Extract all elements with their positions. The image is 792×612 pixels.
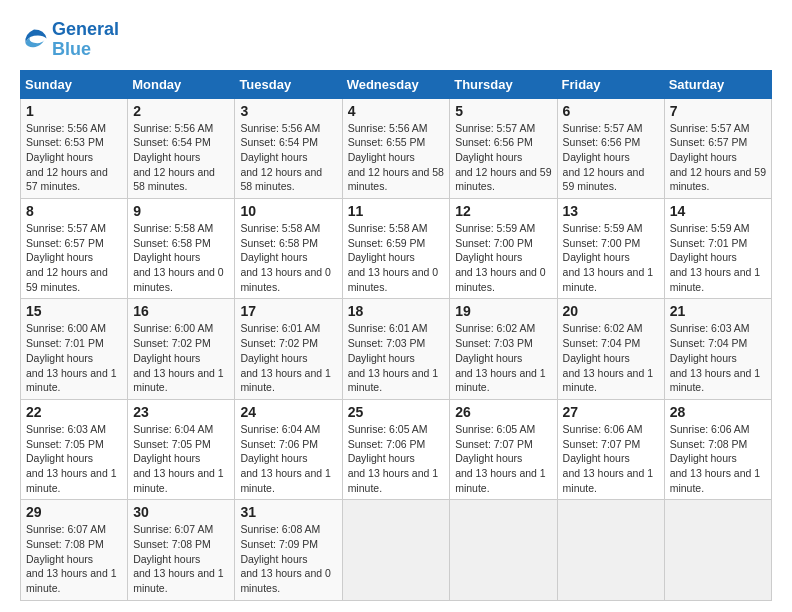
day-detail: Sunrise: 6:02 AM Sunset: 7:03 PM Dayligh…	[455, 321, 551, 394]
day-detail: Sunrise: 5:59 AM Sunset: 7:01 PM Dayligh…	[670, 221, 766, 294]
day-number: 18	[348, 303, 445, 319]
day-number: 11	[348, 203, 445, 219]
calendar-cell: 10 Sunrise: 5:58 AM Sunset: 6:58 PM Dayl…	[235, 199, 342, 299]
calendar-cell: 6 Sunrise: 5:57 AM Sunset: 6:56 PM Dayli…	[557, 98, 664, 198]
day-detail: Sunrise: 6:06 AM Sunset: 7:08 PM Dayligh…	[670, 422, 766, 495]
calendar-cell: 19 Sunrise: 6:02 AM Sunset: 7:03 PM Dayl…	[450, 299, 557, 399]
day-number: 30	[133, 504, 229, 520]
day-number: 23	[133, 404, 229, 420]
col-saturday: Saturday	[664, 70, 771, 98]
calendar-cell: 5 Sunrise: 5:57 AM Sunset: 6:56 PM Dayli…	[450, 98, 557, 198]
day-number: 6	[563, 103, 659, 119]
logo: General Blue	[20, 20, 119, 60]
day-detail: Sunrise: 5:57 AM Sunset: 6:56 PM Dayligh…	[563, 121, 659, 194]
day-number: 1	[26, 103, 122, 119]
calendar-cell: 11 Sunrise: 5:58 AM Sunset: 6:59 PM Dayl…	[342, 199, 450, 299]
calendar-cell: 15 Sunrise: 6:00 AM Sunset: 7:01 PM Dayl…	[21, 299, 128, 399]
page-header: General Blue	[20, 20, 772, 60]
col-wednesday: Wednesday	[342, 70, 450, 98]
calendar-cell: 1 Sunrise: 5:56 AM Sunset: 6:53 PM Dayli…	[21, 98, 128, 198]
calendar-cell: 22 Sunrise: 6:03 AM Sunset: 7:05 PM Dayl…	[21, 399, 128, 499]
day-number: 15	[26, 303, 122, 319]
day-number: 27	[563, 404, 659, 420]
calendar-cell: 20 Sunrise: 6:02 AM Sunset: 7:04 PM Dayl…	[557, 299, 664, 399]
calendar-week-row: 8 Sunrise: 5:57 AM Sunset: 6:57 PM Dayli…	[21, 199, 772, 299]
calendar-cell: 14 Sunrise: 5:59 AM Sunset: 7:01 PM Dayl…	[664, 199, 771, 299]
calendar-week-row: 1 Sunrise: 5:56 AM Sunset: 6:53 PM Dayli…	[21, 98, 772, 198]
day-detail: Sunrise: 6:01 AM Sunset: 7:02 PM Dayligh…	[240, 321, 336, 394]
col-thursday: Thursday	[450, 70, 557, 98]
day-detail: Sunrise: 6:07 AM Sunset: 7:08 PM Dayligh…	[133, 522, 229, 595]
day-number: 28	[670, 404, 766, 420]
day-detail: Sunrise: 6:06 AM Sunset: 7:07 PM Dayligh…	[563, 422, 659, 495]
day-number: 19	[455, 303, 551, 319]
calendar-cell: 31 Sunrise: 6:08 AM Sunset: 7:09 PM Dayl…	[235, 500, 342, 600]
calendar-cell: 3 Sunrise: 5:56 AM Sunset: 6:54 PM Dayli…	[235, 98, 342, 198]
day-detail: Sunrise: 5:58 AM Sunset: 6:58 PM Dayligh…	[240, 221, 336, 294]
day-number: 12	[455, 203, 551, 219]
day-detail: Sunrise: 6:04 AM Sunset: 7:06 PM Dayligh…	[240, 422, 336, 495]
calendar-cell: 21 Sunrise: 6:03 AM Sunset: 7:04 PM Dayl…	[664, 299, 771, 399]
day-number: 29	[26, 504, 122, 520]
day-detail: Sunrise: 6:05 AM Sunset: 7:07 PM Dayligh…	[455, 422, 551, 495]
day-number: 22	[26, 404, 122, 420]
calendar-cell	[342, 500, 450, 600]
calendar-cell: 18 Sunrise: 6:01 AM Sunset: 7:03 PM Dayl…	[342, 299, 450, 399]
day-number: 24	[240, 404, 336, 420]
day-number: 7	[670, 103, 766, 119]
day-detail: Sunrise: 5:58 AM Sunset: 6:59 PM Dayligh…	[348, 221, 445, 294]
day-number: 9	[133, 203, 229, 219]
calendar-cell: 26 Sunrise: 6:05 AM Sunset: 7:07 PM Dayl…	[450, 399, 557, 499]
col-sunday: Sunday	[21, 70, 128, 98]
day-detail: Sunrise: 6:08 AM Sunset: 7:09 PM Dayligh…	[240, 522, 336, 595]
day-detail: Sunrise: 6:03 AM Sunset: 7:04 PM Dayligh…	[670, 321, 766, 394]
calendar-cell: 24 Sunrise: 6:04 AM Sunset: 7:06 PM Dayl…	[235, 399, 342, 499]
day-number: 3	[240, 103, 336, 119]
day-number: 21	[670, 303, 766, 319]
col-tuesday: Tuesday	[235, 70, 342, 98]
calendar-cell: 2 Sunrise: 5:56 AM Sunset: 6:54 PM Dayli…	[128, 98, 235, 198]
calendar-week-row: 29 Sunrise: 6:07 AM Sunset: 7:08 PM Dayl…	[21, 500, 772, 600]
day-number: 10	[240, 203, 336, 219]
day-number: 14	[670, 203, 766, 219]
calendar-cell: 30 Sunrise: 6:07 AM Sunset: 7:08 PM Dayl…	[128, 500, 235, 600]
day-number: 5	[455, 103, 551, 119]
day-detail: Sunrise: 5:57 AM Sunset: 6:57 PM Dayligh…	[26, 221, 122, 294]
calendar-table: Sunday Monday Tuesday Wednesday Thursday…	[20, 70, 772, 601]
calendar-cell: 23 Sunrise: 6:04 AM Sunset: 7:05 PM Dayl…	[128, 399, 235, 499]
col-monday: Monday	[128, 70, 235, 98]
day-detail: Sunrise: 5:59 AM Sunset: 7:00 PM Dayligh…	[563, 221, 659, 294]
day-number: 4	[348, 103, 445, 119]
calendar-cell: 25 Sunrise: 6:05 AM Sunset: 7:06 PM Dayl…	[342, 399, 450, 499]
day-number: 13	[563, 203, 659, 219]
day-detail: Sunrise: 5:57 AM Sunset: 6:57 PM Dayligh…	[670, 121, 766, 194]
day-number: 26	[455, 404, 551, 420]
day-detail: Sunrise: 6:00 AM Sunset: 7:01 PM Dayligh…	[26, 321, 122, 394]
day-number: 17	[240, 303, 336, 319]
day-detail: Sunrise: 6:05 AM Sunset: 7:06 PM Dayligh…	[348, 422, 445, 495]
day-number: 2	[133, 103, 229, 119]
day-detail: Sunrise: 5:59 AM Sunset: 7:00 PM Dayligh…	[455, 221, 551, 294]
day-detail: Sunrise: 5:56 AM Sunset: 6:54 PM Dayligh…	[240, 121, 336, 194]
day-detail: Sunrise: 6:01 AM Sunset: 7:03 PM Dayligh…	[348, 321, 445, 394]
calendar-cell: 28 Sunrise: 6:06 AM Sunset: 7:08 PM Dayl…	[664, 399, 771, 499]
calendar-cell: 13 Sunrise: 5:59 AM Sunset: 7:00 PM Dayl…	[557, 199, 664, 299]
calendar-week-row: 15 Sunrise: 6:00 AM Sunset: 7:01 PM Dayl…	[21, 299, 772, 399]
day-number: 25	[348, 404, 445, 420]
calendar-cell: 12 Sunrise: 5:59 AM Sunset: 7:00 PM Dayl…	[450, 199, 557, 299]
calendar-cell: 17 Sunrise: 6:01 AM Sunset: 7:02 PM Dayl…	[235, 299, 342, 399]
calendar-cell: 27 Sunrise: 6:06 AM Sunset: 7:07 PM Dayl…	[557, 399, 664, 499]
day-detail: Sunrise: 5:56 AM Sunset: 6:55 PM Dayligh…	[348, 121, 445, 194]
calendar-cell: 8 Sunrise: 5:57 AM Sunset: 6:57 PM Dayli…	[21, 199, 128, 299]
calendar-cell: 29 Sunrise: 6:07 AM Sunset: 7:08 PM Dayl…	[21, 500, 128, 600]
day-detail: Sunrise: 6:00 AM Sunset: 7:02 PM Dayligh…	[133, 321, 229, 394]
day-number: 31	[240, 504, 336, 520]
calendar-cell	[557, 500, 664, 600]
day-number: 20	[563, 303, 659, 319]
calendar-week-row: 22 Sunrise: 6:03 AM Sunset: 7:05 PM Dayl…	[21, 399, 772, 499]
calendar-cell	[450, 500, 557, 600]
day-detail: Sunrise: 5:56 AM Sunset: 6:54 PM Dayligh…	[133, 121, 229, 194]
calendar-cell: 7 Sunrise: 5:57 AM Sunset: 6:57 PM Dayli…	[664, 98, 771, 198]
day-detail: Sunrise: 6:04 AM Sunset: 7:05 PM Dayligh…	[133, 422, 229, 495]
logo-text: General Blue	[52, 20, 119, 60]
